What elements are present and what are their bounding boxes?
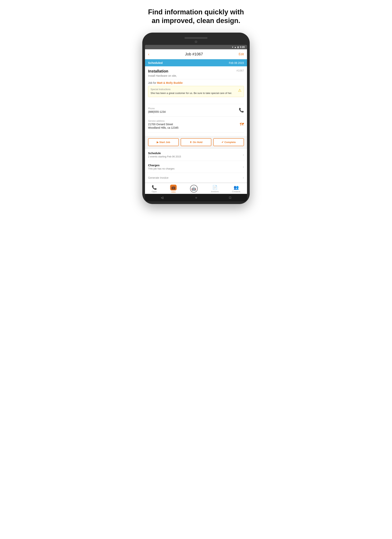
phone-icon[interactable]: 📞 [239,108,244,113]
on-hold-label: On Hold [193,141,203,144]
signal-icon: ▲ [234,46,237,48]
opps-icon: 📞 [152,185,157,190]
opps-label: Opps [152,190,157,193]
special-instructions-label: Special Instructions [150,88,232,91]
pause-icon: ⏸ [189,141,192,144]
on-hold-button[interactable]: ⏸ On Hold [181,138,211,146]
camera [195,41,197,43]
phone-top [145,37,247,43]
status-date: Feb 06 2015 [229,61,244,64]
phone-row: Phone (888)555-1234 📞 [148,106,244,115]
special-instructions-content: Special Instructions She has been a grea… [150,88,232,95]
special-instructions-box: Special Instructions She has been a grea… [148,86,244,97]
jobs-icon: 💼 [171,186,175,189]
divider-3 [148,116,244,117]
job-for-row: Job for Matt & Molly Buddie [148,81,244,84]
job-title-row: Installation #1067 [148,69,244,73]
play-icon: ▶ [157,141,159,144]
contacts-label: Contacts [232,190,240,193]
back-button[interactable]: ‹ [148,52,149,56]
jobs-icon-wrapper: 💼 [170,185,177,190]
android-nav-bar: ◁ ○ □ [145,194,247,201]
header-title: Job #1067 [185,52,203,56]
phone-info: Phone (888)555-1234 [148,107,166,113]
jobs-label: Jobs [171,191,176,193]
schedule-content: Schedule 2 events starting Feb 06 2015 [148,151,181,158]
warning-icon: ⚠ [238,88,242,93]
check-icon: ✔ [222,141,224,144]
status-label: Scheduled [148,61,163,64]
action-buttons: ▶ Start Job ⏸ On Hold ✔ Complete [145,136,247,148]
generate-invoice-label: Generate Invoice [148,176,169,179]
schedule-item[interactable]: Schedule 2 events starting Feb 06 2015 › [145,149,247,161]
nav-contacts[interactable]: 👥 Contacts [232,185,240,193]
schedule-title: Schedule [148,151,181,155]
page-headline: Find information quickly with an improve… [148,8,244,25]
charges-item[interactable]: Charges This job has no charges › [145,161,247,173]
nav-opps[interactable]: 📞 Opps [152,185,157,193]
contact-section: Phone (888)555-1234 📞 Service address 21… [145,101,247,136]
start-job-label: Start Job [159,141,170,144]
schedule-chevron: › [243,153,244,157]
invoices-icon: 📄 [212,185,218,190]
job-for-prefix: Job for [148,81,156,84]
special-instructions-text: She has been a great customer for us. Be… [150,91,232,95]
job-detail: Installation #1067 Install Hardware on s… [145,66,247,101]
start-job-button[interactable]: ▶ Start Job [148,138,179,146]
status-icons: ▾ ▲ ▮ 3:20 [232,46,245,48]
address-row: Service address 21700 Oxnard Street Wood… [148,119,244,130]
invoices-label: Invoices [211,190,219,193]
address-info: Service address 21700 Oxnard Street Wood… [148,120,179,129]
nav-jobs[interactable]: 💼 Jobs [170,185,177,193]
headline-line1: Find information quickly with [148,8,244,16]
complete-button[interactable]: ✔ Complete [213,138,244,146]
charges-content: Charges This job has no charges [148,164,174,170]
app-header: ‹ Job #1067 Edit [145,49,247,59]
phone-shell: ▾ ▲ ▮ 3:20 ‹ Job #1067 Edit Scheduled Fe… [142,33,250,204]
battery-icon: ▮ [237,46,239,48]
schedule-subtitle: 2 events starting Feb 06 2015 [148,155,181,158]
charges-subtitle: This job has no charges [148,167,174,170]
generate-invoice-item[interactable]: Generate Invoice › [145,173,247,183]
client-name[interactable]: Matt & Molly Buddie [157,81,183,84]
wifi-icon: ▾ [232,46,233,48]
job-description: Install Hardware on site, [148,74,244,77]
map-icon[interactable]: 🗺 [240,122,244,127]
headline-line2: an improved, clean design. [152,17,240,24]
invoice-chevron: › [243,176,244,180]
status-bar: ▾ ▲ ▮ 3:20 [145,45,247,49]
home-android-button[interactable]: ○ [195,196,197,199]
job-title: Installation [148,69,168,73]
status-banner: Scheduled Feb 06 2015 [145,59,247,66]
nav-invoices[interactable]: 📄 Invoices [211,185,219,193]
charges-chevron: › [243,165,244,169]
divider-1 [148,79,244,79]
edit-button[interactable]: Edit [239,53,244,56]
address-line1: 21700 Oxnard Street [148,123,179,126]
job-number: #1067 [237,69,244,72]
nav-center[interactable]: 🤖 [190,185,198,193]
charges-title: Charges [148,164,174,167]
address-line2: Woodland Hills, ca 12345 [148,126,179,129]
phone-screen: ▾ ▲ ▮ 3:20 ‹ Job #1067 Edit Scheduled Fe… [145,45,247,201]
speaker [184,37,208,39]
robot-icon: 🤖 [190,185,198,192]
bottom-nav: 📞 Opps 💼 Jobs 🤖 📄 Invoices 👥 Contacts [145,183,247,194]
divider-2 [148,104,244,104]
recent-android-button[interactable]: □ [229,196,231,199]
divider-4 [148,132,244,133]
address-label: Service address [148,120,179,122]
phone-value: (888)555-1234 [148,110,166,113]
complete-label: Complete [224,141,236,144]
status-time: 3:20 [240,46,245,48]
back-android-button[interactable]: ◁ [161,196,163,199]
list-sections: Schedule 2 events starting Feb 06 2015 ›… [145,149,247,183]
phone-label: Phone [148,107,166,110]
contacts-icon: 👥 [234,185,239,190]
